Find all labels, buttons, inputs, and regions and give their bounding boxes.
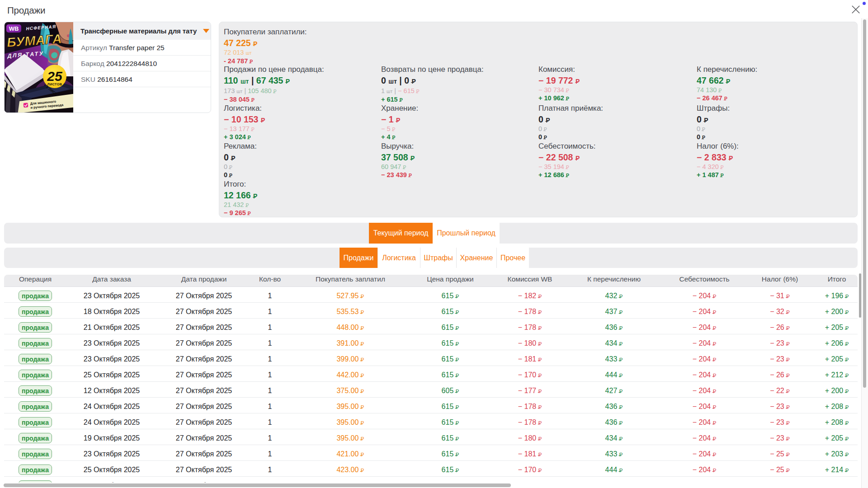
svg-text:ЛИСТОВ: ЛИСТОВ bbox=[47, 82, 62, 86]
svg-text:25: 25 bbox=[47, 69, 63, 84]
svg-text:WB: WB bbox=[9, 25, 19, 32]
